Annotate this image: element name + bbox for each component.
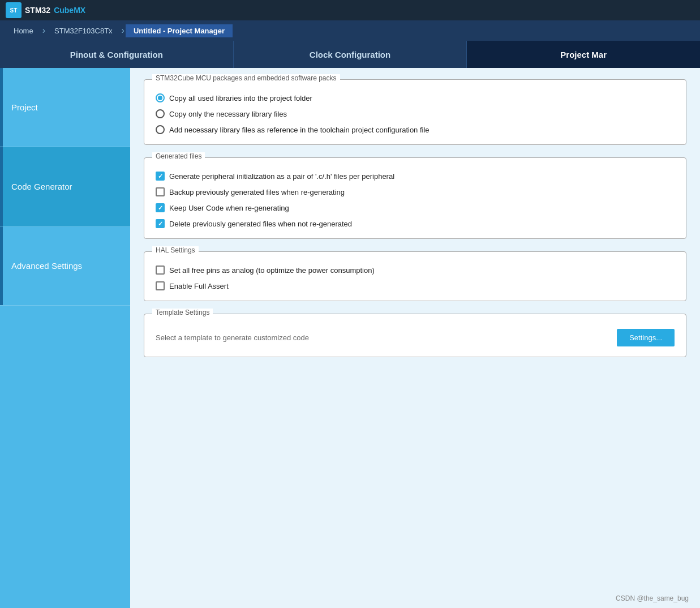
stm32cube-group: STM32Cube MCU packages and embedded soft… — [144, 79, 686, 145]
breadcrumb-arrow-1: › — [42, 25, 45, 36]
checkbox-box-enable-full-assert — [156, 281, 165, 290]
sidebar-left-bar — [0, 68, 3, 147]
template-row: Select a template to generate customized… — [156, 323, 675, 346]
breadcrumb: Home › STM32F103C8Tx › Untitled - Projec… — [0, 20, 700, 41]
tab-bar: Pinout & Configuration Clock Configurati… — [0, 41, 700, 68]
logo-text: STM32 — [25, 6, 50, 15]
radio-item-add-reference[interactable]: Add necessary library files as reference… — [156, 125, 675, 134]
checkbox-box-delete-previously — [156, 219, 165, 228]
logo-sub: CubeMX — [54, 6, 85, 15]
checkbox-box-generate-peripheral — [156, 172, 165, 181]
checkbox-item-free-pins-analog[interactable]: Set all free pins as analog (to optimize… — [156, 266, 675, 275]
radio-item-copy-all[interactable]: Copy all used libraries into the project… — [156, 93, 675, 102]
logo-area: ST STM32 CubeMX — [6, 2, 85, 18]
breadcrumb-project[interactable]: Untitled - Project Manager — [126, 24, 233, 37]
checkbox-group-generated-files: Generate peripheral initialization as a … — [156, 167, 675, 228]
checkbox-box-free-pins-analog — [156, 266, 165, 275]
checkbox-item-enable-full-assert[interactable]: Enable Full Assert — [156, 281, 675, 290]
sidebar-left-bar-3 — [0, 226, 3, 305]
top-bar: ST STM32 CubeMX — [0, 0, 700, 20]
sidebar-item-project[interactable]: Project — [0, 68, 130, 147]
radio-item-copy-necessary[interactable]: Copy only the necessary library files — [156, 109, 675, 118]
generated-files-group-title: Generated files — [152, 152, 205, 160]
radio-circle-copy-necessary — [156, 109, 165, 118]
checkbox-item-delete-previously[interactable]: Delete previously generated files when n… — [156, 219, 675, 228]
checkbox-item-generate-peripheral[interactable]: Generate peripheral initialization as a … — [156, 172, 675, 181]
checkbox-item-keep-user-code[interactable]: Keep User Code when re-generating — [156, 203, 675, 212]
content-area: STM32Cube MCU packages and embedded soft… — [130, 68, 700, 608]
settings-button[interactable]: Settings... — [617, 329, 675, 346]
breadcrumb-home[interactable]: Home — [6, 24, 41, 37]
template-settings-group: Template Settings Select a template to g… — [144, 314, 686, 357]
logo-icon: ST — [6, 2, 22, 18]
radio-group-stm32cube: Copy all used libraries into the project… — [156, 89, 675, 134]
sidebar: Project Code Generator Advanced Settings — [0, 68, 130, 608]
radio-circle-copy-all — [156, 93, 165, 102]
footer-note: CSDN @the_same_bug — [616, 594, 689, 602]
sidebar-item-code-generator[interactable]: Code Generator — [0, 147, 130, 226]
hal-settings-group-title: HAL Settings — [152, 246, 199, 254]
sidebar-left-bar-2 — [0, 147, 3, 226]
sidebar-item-advanced-settings[interactable]: Advanced Settings — [0, 226, 130, 306]
hal-settings-group: HAL Settings Set all free pins as analog… — [144, 251, 686, 301]
checkbox-box-backup-files — [156, 187, 165, 196]
checkbox-box-keep-user-code — [156, 203, 165, 212]
tab-project-manager[interactable]: Project Mar — [467, 41, 700, 68]
checkbox-group-hal: Set all free pins as analog (to optimize… — [156, 261, 675, 290]
main-layout: Project Code Generator Advanced Settings… — [0, 68, 700, 608]
radio-circle-add-reference — [156, 125, 165, 134]
breadcrumb-arrow-2: › — [122, 25, 124, 36]
template-settings-text: Select a template to generate customized… — [156, 333, 309, 342]
stm32cube-group-title: STM32Cube MCU packages and embedded soft… — [152, 74, 340, 82]
template-settings-group-title: Template Settings — [152, 309, 213, 316]
tab-pinout[interactable]: Pinout & Configuration — [0, 41, 234, 68]
tab-clock[interactable]: Clock Configuration — [234, 41, 467, 68]
checkbox-item-backup-files[interactable]: Backup previously generated files when r… — [156, 187, 675, 196]
breadcrumb-mcu[interactable]: STM32F103C8Tx — [46, 24, 121, 37]
generated-files-group: Generated files Generate peripheral init… — [144, 157, 686, 239]
